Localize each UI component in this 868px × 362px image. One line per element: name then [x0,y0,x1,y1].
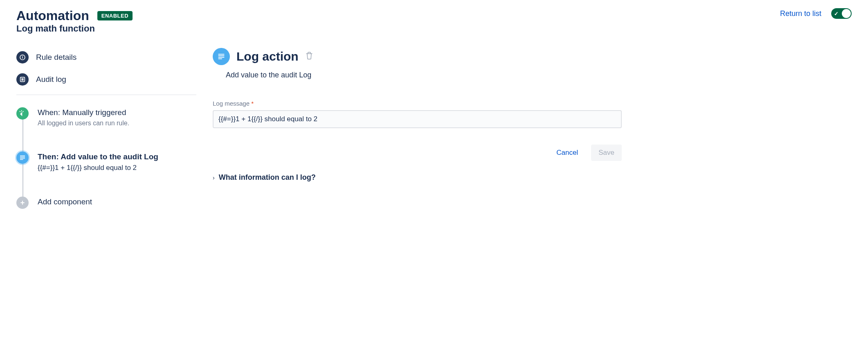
chevron-right-icon: › [213,174,215,181]
step-subtitle: All logged in users can run rule. [38,120,196,127]
nav-label: Rule details [36,53,76,62]
info-icon [16,51,29,63]
step-title: Then: Add value to the audit Log [38,152,196,161]
page-title: Automation [16,8,89,23]
enabled-toggle[interactable]: ✓ [831,8,852,19]
log-message-label: Log message * [213,100,622,107]
step-title: When: Manually triggered [38,108,196,117]
panel-description: Add value to the audit Log [226,71,622,79]
status-badge: ENABLED [97,11,133,20]
expander-label: What information can I log? [219,173,316,182]
what-info-expander[interactable]: › What information can I log? [213,173,622,182]
list-icon [16,73,29,86]
return-to-list-link[interactable]: Return to list [780,9,821,18]
plus-icon [16,197,29,209]
rule-name: Log math function [16,23,196,34]
log-action-icon [213,48,230,65]
check-icon: ✓ [834,11,839,17]
nav-rule-details[interactable]: Rule details [16,46,196,68]
required-star-icon: * [251,100,254,107]
step-add-component[interactable]: Add component [16,197,196,209]
svg-point-2 [22,56,23,57]
nav-audit-log[interactable]: Audit log [16,68,196,90]
cancel-button[interactable]: Cancel [551,145,583,160]
save-button[interactable]: Save [591,145,622,161]
trigger-icon [16,107,29,120]
log-message-input[interactable] [213,110,622,128]
log-icon [16,152,29,164]
step-when[interactable]: When: Manually triggered All logged in u… [16,107,196,152]
step-title: Add component [38,197,196,206]
step-subtitle: {{#=}}1 + 1{{/}} should equal to 2 [38,164,196,172]
step-then[interactable]: Then: Add value to the audit Log {{#=}}1… [16,152,196,197]
delete-button[interactable] [305,52,313,61]
nav-label: Audit log [36,75,66,84]
toggle-knob [842,9,851,18]
panel-title: Log action [236,50,299,63]
